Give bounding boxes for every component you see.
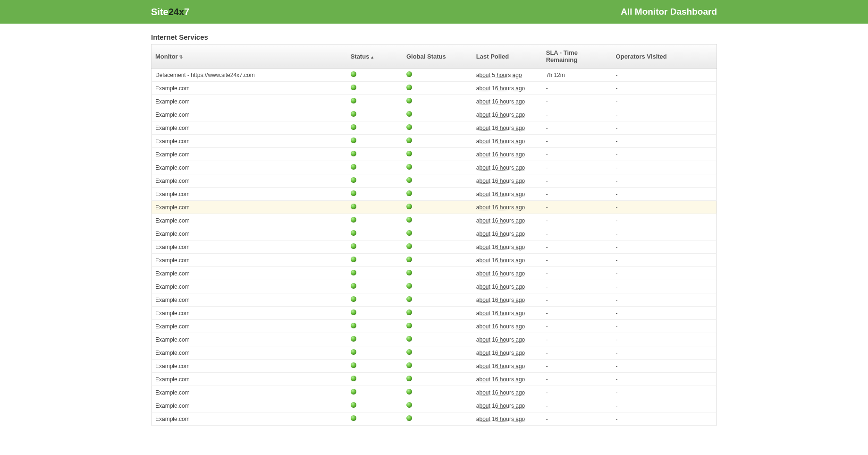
cell-sla: - <box>542 201 612 214</box>
col-header-monitor-label: Monitor <box>155 53 178 60</box>
cell-status <box>347 214 403 227</box>
cell-global-status <box>403 267 472 280</box>
table-row[interactable]: Example.comabout 16 hours ago-- <box>152 320 717 333</box>
table-row[interactable]: Example.comabout 16 hours ago-- <box>152 412 717 426</box>
cell-last-polled: about 16 hours ago <box>472 95 542 108</box>
last-polled-value: about 16 hours ago <box>476 98 525 105</box>
table-row[interactable]: Defacement - https://www.site24x7.comabo… <box>152 69 717 82</box>
cell-sla: - <box>542 373 612 386</box>
table-row[interactable]: Example.comabout 16 hours ago-- <box>152 135 717 148</box>
last-polled-value: about 16 hours ago <box>476 389 525 396</box>
table-row[interactable]: Example.comabout 16 hours ago-- <box>152 333 717 346</box>
table-row[interactable]: Example.comabout 16 hours ago-- <box>152 108 717 121</box>
status-up-icon <box>406 111 412 117</box>
status-up-icon <box>406 270 412 275</box>
col-header-sla[interactable]: SLA - Time Remaining <box>542 44 612 69</box>
cell-operators: - <box>612 227 717 240</box>
cell-sla: - <box>542 108 612 121</box>
table-row[interactable]: Example.comabout 16 hours ago-- <box>152 267 717 280</box>
cell-status <box>347 412 403 426</box>
col-header-monitor[interactable]: Monitor <box>152 44 347 69</box>
cell-last-polled: about 16 hours ago <box>472 412 542 426</box>
table-row[interactable]: Example.comabout 16 hours ago-- <box>152 214 717 227</box>
table-row[interactable]: Example.comabout 16 hours ago-- <box>152 188 717 201</box>
last-polled-value: about 16 hours ago <box>476 85 525 92</box>
status-up-icon <box>351 283 356 289</box>
cell-sla: - <box>542 121 612 135</box>
cell-sla: 7h 12m <box>542 69 612 82</box>
table-row[interactable]: Example.comabout 16 hours ago-- <box>152 280 717 293</box>
cell-status <box>347 108 403 121</box>
cell-status <box>347 267 403 280</box>
status-up-icon <box>406 151 412 156</box>
cell-sla: - <box>542 399 612 412</box>
last-polled-value: about 16 hours ago <box>476 151 525 158</box>
table-row[interactable]: Example.comabout 16 hours ago-- <box>152 240 717 254</box>
last-polled-value: about 16 hours ago <box>476 376 525 383</box>
table-row[interactable]: Example.comabout 16 hours ago-- <box>152 174 717 188</box>
monitors-table: Monitor Status Global Status Last Polled… <box>151 44 717 426</box>
cell-operators: - <box>612 399 717 412</box>
table-row[interactable]: Example.comabout 16 hours ago-- <box>152 373 717 386</box>
status-up-icon <box>351 270 356 275</box>
table-row[interactable]: Example.comabout 16 hours ago-- <box>152 254 717 267</box>
last-polled-value: about 16 hours ago <box>476 138 525 145</box>
cell-sla: - <box>542 307 612 320</box>
cell-global-status <box>403 135 472 148</box>
table-row[interactable]: Example.comabout 16 hours ago-- <box>152 227 717 240</box>
main-content: Internet Services Monitor Status Global … <box>0 24 868 426</box>
cell-global-status <box>403 227 472 240</box>
cell-global-status <box>403 412 472 426</box>
cell-status <box>347 69 403 82</box>
status-up-icon <box>351 376 356 381</box>
cell-sla: - <box>542 240 612 254</box>
status-up-icon <box>351 309 356 315</box>
status-up-icon <box>406 137 412 143</box>
table-row[interactable]: Example.comabout 16 hours ago-- <box>152 307 717 320</box>
last-polled-value: about 16 hours ago <box>476 125 525 131</box>
status-up-icon <box>351 415 356 421</box>
status-up-icon <box>406 257 412 262</box>
cell-monitor: Example.com <box>152 293 347 307</box>
cell-monitor: Example.com <box>152 188 347 201</box>
cell-operators: - <box>612 360 717 373</box>
cell-operators: - <box>612 82 717 95</box>
status-up-icon <box>406 402 412 408</box>
cell-status <box>347 240 403 254</box>
table-row[interactable]: Example.comabout 16 hours ago-- <box>152 121 717 135</box>
cell-global-status <box>403 280 472 293</box>
table-row[interactable]: Example.comabout 16 hours ago-- <box>152 82 717 95</box>
cell-monitor: Example.com <box>152 333 347 346</box>
cell-sla: - <box>542 214 612 227</box>
col-header-status[interactable]: Status <box>347 44 403 69</box>
cell-status <box>347 135 403 148</box>
cell-operators: - <box>612 307 717 320</box>
table-row[interactable]: Example.comabout 16 hours ago-- <box>152 293 717 307</box>
cell-sla: - <box>542 360 612 373</box>
table-row[interactable]: Example.comabout 16 hours ago-- <box>152 346 717 360</box>
top-header: Site24x7 All Monitor Dashboard <box>0 0 868 24</box>
status-up-icon <box>406 243 412 249</box>
table-row[interactable]: Example.comabout 16 hours ago-- <box>152 201 717 214</box>
table-row[interactable]: Example.comabout 16 hours ago-- <box>152 399 717 412</box>
cell-last-polled: about 16 hours ago <box>472 82 542 95</box>
table-row[interactable]: Example.comabout 16 hours ago-- <box>152 161 717 174</box>
cell-last-polled: about 16 hours ago <box>472 121 542 135</box>
cell-sla: - <box>542 174 612 188</box>
last-polled-value: about 16 hours ago <box>476 217 525 224</box>
cell-monitor: Example.com <box>152 254 347 267</box>
cell-sla: - <box>542 293 612 307</box>
last-polled-value: about 16 hours ago <box>476 270 525 277</box>
table-row[interactable]: Example.comabout 16 hours ago-- <box>152 360 717 373</box>
col-header-global-status[interactable]: Global Status <box>403 44 472 69</box>
status-up-icon <box>406 124 412 130</box>
status-up-icon <box>406 177 412 183</box>
table-row[interactable]: Example.comabout 16 hours ago-- <box>152 148 717 161</box>
col-header-last-polled[interactable]: Last Polled <box>472 44 542 69</box>
cell-status <box>347 82 403 95</box>
cell-global-status <box>403 201 472 214</box>
cell-operators: - <box>612 320 717 333</box>
col-header-operators[interactable]: Operators Visited <box>612 44 717 69</box>
table-row[interactable]: Example.comabout 16 hours ago-- <box>152 95 717 108</box>
table-row[interactable]: Example.comabout 16 hours ago-- <box>152 386 717 399</box>
